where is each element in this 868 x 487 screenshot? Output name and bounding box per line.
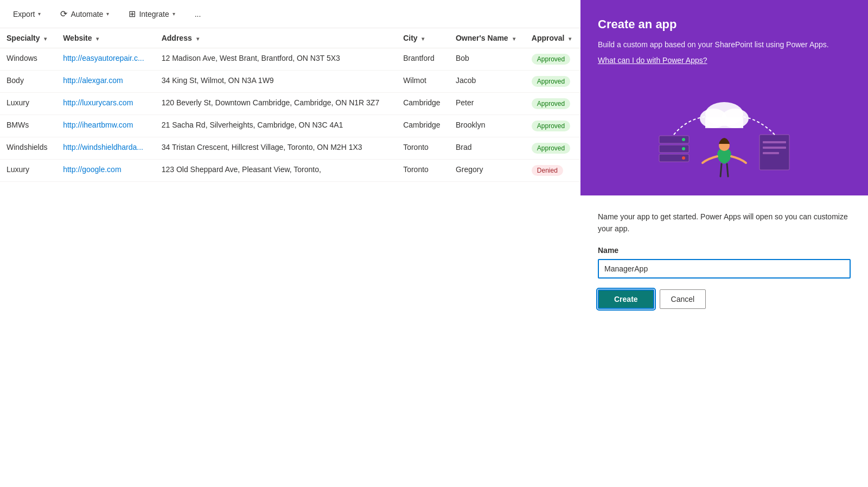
col-city[interactable]: City ▾ — [397, 28, 449, 48]
owner-cell: Gregory — [449, 160, 525, 182]
city-cell: Wilmot — [397, 71, 449, 93]
export-chevron-icon: ▾ — [38, 11, 41, 17]
integrate-icon: ⊞ — [129, 9, 136, 19]
website-cell[interactable]: http://windshieldharda... — [56, 137, 155, 160]
table-row[interactable]: Body http://alexgar.com 34 King St, Wilm… — [0, 71, 580, 93]
website-cell[interactable]: http://luxurycars.com — [56, 93, 155, 115]
approval-badge: Approved — [532, 76, 570, 87]
city-cell: Toronto — [397, 137, 449, 160]
approval-cell: Approved — [525, 93, 580, 115]
integrate-button[interactable]: ⊞ Integrate ▾ — [124, 5, 179, 22]
address-cell: 12 Madison Ave, West Brant, Brantford, O… — [155, 48, 397, 71]
owner-cell: Brad — [449, 137, 525, 160]
app-name-input[interactable] — [598, 259, 851, 279]
approval-sort-icon: ▾ — [569, 36, 571, 42]
automate-icon: ⟳ — [60, 9, 67, 19]
export-button[interactable]: Export ▾ — [9, 7, 45, 22]
integrate-label: Integrate — [139, 10, 169, 18]
panel-top: Create an app Build a custom app based o… — [580, 0, 868, 195]
data-table: Specialty ▾ Website ▾ Address ▾ City ▾ — [0, 28, 580, 182]
owner-cell: Peter — [449, 93, 525, 115]
export-label: Export — [13, 10, 35, 18]
main-area: Export ▾ ⟳ Automate ▾ ⊞ Integrate ▾ ... … — [0, 0, 580, 487]
panel-title: Create an app — [598, 17, 851, 31]
panel-name-description: Name your app to get started. Power Apps… — [598, 211, 851, 235]
panel-bottom: Name your app to get started. Power Apps… — [580, 195, 868, 487]
address-cell: 21 Sacha Rd, Silverheights, Cambridge, O… — [155, 115, 397, 137]
city-sort-icon: ▾ — [422, 36, 424, 42]
right-panel: Create an app Build a custom app based o… — [580, 0, 868, 487]
svg-point-7 — [682, 138, 685, 141]
city-cell: Toronto — [397, 160, 449, 182]
specialty-cell: Windows — [0, 48, 56, 71]
col-approval[interactable]: Approval ▾ — [525, 28, 580, 48]
approval-badge: Approved — [532, 143, 570, 154]
power-apps-illustration — [643, 92, 806, 190]
name-field-label: Name — [598, 246, 851, 255]
specialty-cell: Luxury — [0, 93, 56, 115]
owner-cell: Brooklyn — [449, 115, 525, 137]
approval-badge: Denied — [532, 165, 563, 176]
approval-cell: Approved — [525, 137, 580, 160]
approval-cell: Approved — [525, 48, 580, 71]
website-link[interactable]: http://luxurycars.com — [63, 98, 133, 107]
owner-cell: Jacob — [449, 71, 525, 93]
specialty-cell: Luxury — [0, 160, 56, 182]
col-owner[interactable]: Owner's Name ▾ — [449, 28, 525, 48]
owner-cell: Bob — [449, 48, 525, 71]
table-row[interactable]: Windows http://easyautorepair.c... 12 Ma… — [0, 48, 580, 71]
table-row[interactable]: BMWs http://iheartbmw.com 21 Sacha Rd, S… — [0, 115, 580, 137]
website-link[interactable]: http://alexgar.com — [63, 76, 123, 85]
website-cell[interactable]: http://google.com — [56, 160, 155, 182]
more-label: ... — [195, 10, 201, 18]
svg-point-8 — [682, 147, 685, 150]
integrate-chevron-icon: ▾ — [173, 11, 175, 17]
table-row[interactable]: Luxury http://luxurycars.com 120 Beverly… — [0, 93, 580, 115]
table-row[interactable]: Luxury http://google.com 123 Old Sheppar… — [0, 160, 580, 182]
table-area: Specialty ▾ Website ▾ Address ▾ City ▾ — [0, 28, 580, 487]
svg-rect-12 — [763, 147, 786, 149]
specialty-cell: Body — [0, 71, 56, 93]
col-specialty[interactable]: Specialty ▾ — [0, 28, 56, 48]
website-link[interactable]: http://google.com — [63, 165, 121, 174]
city-cell: Cambridge — [397, 93, 449, 115]
city-cell: Brantford — [397, 48, 449, 71]
specialty-cell: BMWs — [0, 115, 56, 137]
website-cell[interactable]: http://alexgar.com — [56, 71, 155, 93]
website-link[interactable]: http://windshieldharda... — [63, 143, 143, 151]
svg-rect-3 — [705, 117, 743, 128]
website-link[interactable]: http://iheartbmw.com — [63, 121, 133, 129]
approval-cell: Approved — [525, 115, 580, 137]
address-cell: 120 Beverly St, Downtown Cambridge, Camb… — [155, 93, 397, 115]
address-cell: 34 Tristan Crescent, Hillcrest Village, … — [155, 137, 397, 160]
toolbar: Export ▾ ⟳ Automate ▾ ⊞ Integrate ▾ ... — [0, 0, 580, 28]
approval-badge: Approved — [532, 121, 570, 131]
col-address[interactable]: Address ▾ — [155, 28, 397, 48]
svg-rect-11 — [763, 141, 786, 143]
approval-cell: Approved — [525, 71, 580, 93]
specialty-sort-icon: ▾ — [44, 36, 47, 42]
panel-link[interactable]: What can I do with Power Apps? — [598, 56, 707, 65]
specialty-cell: Windshields — [0, 137, 56, 160]
address-cell: 123 Old Sheppard Ave, Pleasant View, Tor… — [155, 160, 397, 182]
website-cell[interactable]: http://easyautorepair.c... — [56, 48, 155, 71]
approval-badge: Approved — [532, 98, 570, 109]
automate-button[interactable]: ⟳ Automate ▾ — [56, 5, 113, 22]
action-buttons: Create Cancel — [598, 289, 851, 309]
approval-badge: Approved — [532, 54, 570, 65]
address-cell: 34 King St, Wilmot, ON N3A 1W9 — [155, 71, 397, 93]
create-button[interactable]: Create — [598, 289, 654, 309]
website-sort-icon: ▾ — [96, 36, 99, 42]
more-button[interactable]: ... — [190, 7, 206, 22]
approval-cell: Denied — [525, 160, 580, 182]
website-link[interactable]: http://easyautorepair.c... — [63, 54, 144, 62]
svg-point-9 — [682, 156, 685, 160]
owner-sort-icon: ▾ — [513, 36, 515, 42]
table-row[interactable]: Windshields http://windshieldharda... 34… — [0, 137, 580, 160]
col-website[interactable]: Website ▾ — [56, 28, 155, 48]
address-sort-icon: ▾ — [196, 36, 199, 42]
svg-rect-13 — [763, 152, 779, 154]
website-cell[interactable]: http://iheartbmw.com — [56, 115, 155, 137]
automate-chevron-icon: ▾ — [106, 11, 109, 17]
cancel-button[interactable]: Cancel — [660, 289, 706, 309]
